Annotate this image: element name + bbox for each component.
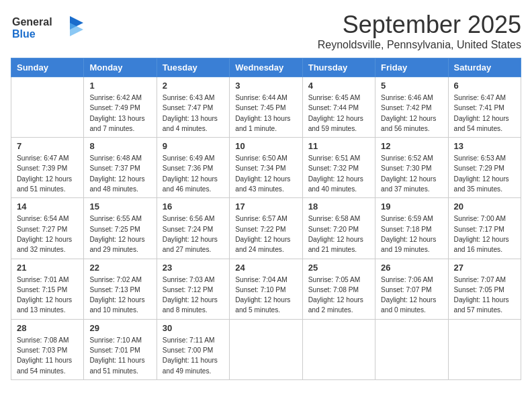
day-number: 13 — [454, 141, 515, 151]
day-number: 3 — [235, 81, 296, 91]
day-number: 24 — [235, 263, 296, 273]
svg-text:Blue: Blue — [12, 28, 36, 40]
day-number: 10 — [235, 141, 296, 151]
day-number: 4 — [308, 81, 369, 91]
calendar-cell — [375, 319, 448, 379]
cell-info: Sunrise: 7:08 AMSunset: 7:03 PMDaylight:… — [17, 335, 78, 376]
calendar-cell: 29Sunrise: 7:10 AMSunset: 7:01 PMDayligh… — [84, 319, 157, 379]
calendar-cell: 8Sunrise: 6:48 AMSunset: 7:37 PMDaylight… — [84, 138, 157, 198]
calendar-cell: 16Sunrise: 6:56 AMSunset: 7:24 PMDayligh… — [157, 198, 229, 259]
day-number: 6 — [454, 81, 515, 91]
cell-info: Sunrise: 7:03 AMSunset: 7:12 PMDaylight:… — [163, 275, 224, 316]
calendar-cell: 30Sunrise: 7:11 AMSunset: 7:00 PMDayligh… — [157, 319, 229, 379]
cell-info: Sunrise: 6:43 AMSunset: 7:47 PMDaylight:… — [163, 93, 224, 134]
cell-info: Sunrise: 6:44 AMSunset: 7:45 PMDaylight:… — [235, 93, 296, 134]
month-title: September 2025 — [318, 11, 521, 39]
calendar-cell: 26Sunrise: 7:06 AMSunset: 7:07 PMDayligh… — [375, 259, 448, 319]
day-number: 9 — [163, 141, 224, 151]
weekday-header-saturday: Saturday — [448, 58, 521, 77]
location-title: Reynoldsville, Pennsylvania, United Stat… — [318, 39, 521, 51]
day-number: 30 — [163, 323, 224, 333]
cell-info: Sunrise: 6:46 AMSunset: 7:42 PMDaylight:… — [381, 93, 442, 134]
day-number: 16 — [163, 201, 224, 212]
cell-info: Sunrise: 6:45 AMSunset: 7:44 PMDaylight:… — [308, 93, 369, 134]
cell-info: Sunrise: 6:58 AMSunset: 7:20 PMDaylight:… — [308, 214, 369, 255]
calendar-cell: 4Sunrise: 6:45 AMSunset: 7:44 PMDaylight… — [302, 77, 375, 138]
day-number: 23 — [163, 263, 224, 273]
logo: General Blue — [11, 11, 85, 46]
cell-info: Sunrise: 7:01 AMSunset: 7:15 PMDaylight:… — [17, 275, 78, 316]
calendar-week-3: 14Sunrise: 6:54 AMSunset: 7:27 PMDayligh… — [11, 198, 521, 259]
cell-info: Sunrise: 6:59 AMSunset: 7:18 PMDaylight:… — [381, 214, 442, 255]
calendar-cell: 6Sunrise: 6:47 AMSunset: 7:41 PMDaylight… — [448, 77, 521, 138]
calendar-cell: 14Sunrise: 6:54 AMSunset: 7:27 PMDayligh… — [11, 198, 84, 259]
weekday-header-tuesday: Tuesday — [157, 58, 229, 77]
calendar-cell: 11Sunrise: 6:51 AMSunset: 7:32 PMDayligh… — [302, 138, 375, 198]
cell-info: Sunrise: 6:52 AMSunset: 7:30 PMDaylight:… — [381, 153, 442, 194]
calendar-cell: 2Sunrise: 6:43 AMSunset: 7:47 PMDaylight… — [157, 77, 229, 138]
day-number: 25 — [308, 263, 369, 273]
day-number: 5 — [381, 81, 442, 91]
calendar-week-5: 28Sunrise: 7:08 AMSunset: 7:03 PMDayligh… — [11, 319, 521, 379]
weekday-header-monday: Monday — [84, 58, 157, 77]
day-number: 20 — [454, 201, 515, 212]
calendar-cell: 13Sunrise: 6:53 AMSunset: 7:29 PMDayligh… — [448, 138, 521, 198]
calendar-cell: 23Sunrise: 7:03 AMSunset: 7:12 PMDayligh… — [157, 259, 229, 319]
day-number: 17 — [235, 201, 296, 212]
day-number: 22 — [89, 263, 150, 273]
calendar-cell — [11, 77, 84, 138]
calendar-cell: 10Sunrise: 6:50 AMSunset: 7:34 PMDayligh… — [230, 138, 302, 198]
calendar-cell: 22Sunrise: 7:02 AMSunset: 7:13 PMDayligh… — [84, 259, 157, 319]
cell-info: Sunrise: 7:02 AMSunset: 7:13 PMDaylight:… — [89, 275, 150, 316]
calendar-cell: 7Sunrise: 6:47 AMSunset: 7:39 PMDaylight… — [11, 138, 84, 198]
cell-info: Sunrise: 7:05 AMSunset: 7:08 PMDaylight:… — [308, 275, 369, 316]
cell-info: Sunrise: 6:47 AMSunset: 7:41 PMDaylight:… — [454, 93, 515, 134]
cell-info: Sunrise: 7:07 AMSunset: 7:05 PMDaylight:… — [454, 275, 515, 316]
cell-info: Sunrise: 6:47 AMSunset: 7:39 PMDaylight:… — [17, 153, 78, 194]
day-number: 18 — [308, 201, 369, 212]
calendar-cell: 17Sunrise: 6:57 AMSunset: 7:22 PMDayligh… — [230, 198, 302, 259]
calendar-week-2: 7Sunrise: 6:47 AMSunset: 7:39 PMDaylight… — [11, 138, 521, 198]
weekday-header-thursday: Thursday — [302, 58, 375, 77]
day-number: 12 — [381, 141, 442, 151]
cell-info: Sunrise: 7:06 AMSunset: 7:07 PMDaylight:… — [381, 275, 442, 316]
day-number: 8 — [89, 141, 150, 151]
weekday-header-sunday: Sunday — [11, 58, 84, 77]
calendar-cell: 15Sunrise: 6:55 AMSunset: 7:25 PMDayligh… — [84, 198, 157, 259]
calendar-cell: 21Sunrise: 7:01 AMSunset: 7:15 PMDayligh… — [11, 259, 84, 319]
calendar-cell: 24Sunrise: 7:04 AMSunset: 7:10 PMDayligh… — [230, 259, 302, 319]
calendar-cell: 5Sunrise: 6:46 AMSunset: 7:42 PMDaylight… — [375, 77, 448, 138]
calendar-cell: 1Sunrise: 6:42 AMSunset: 7:49 PMDaylight… — [84, 77, 157, 138]
calendar-week-1: 1Sunrise: 6:42 AMSunset: 7:49 PMDaylight… — [11, 77, 521, 138]
day-number: 26 — [381, 263, 442, 273]
weekday-header-wednesday: Wednesday — [230, 58, 302, 77]
calendar-cell: 18Sunrise: 6:58 AMSunset: 7:20 PMDayligh… — [302, 198, 375, 259]
cell-info: Sunrise: 7:00 AMSunset: 7:17 PMDaylight:… — [454, 214, 515, 255]
cell-info: Sunrise: 7:10 AMSunset: 7:01 PMDaylight:… — [89, 335, 150, 376]
day-number: 7 — [17, 141, 78, 151]
day-number: 28 — [17, 323, 78, 333]
logo-wordmark: General Blue — [11, 11, 85, 46]
day-number: 14 — [17, 201, 78, 212]
cell-info: Sunrise: 7:04 AMSunset: 7:10 PMDaylight:… — [235, 275, 296, 316]
day-number: 15 — [89, 201, 150, 212]
calendar-cell — [302, 319, 375, 379]
calendar-cell — [448, 319, 521, 379]
day-number: 27 — [454, 263, 515, 273]
calendar-cell: 28Sunrise: 7:08 AMSunset: 7:03 PMDayligh… — [11, 319, 84, 379]
cell-info: Sunrise: 6:42 AMSunset: 7:49 PMDaylight:… — [89, 93, 150, 134]
calendar-week-4: 21Sunrise: 7:01 AMSunset: 7:15 PMDayligh… — [11, 259, 521, 319]
day-number: 11 — [308, 141, 369, 151]
calendar-cell: 19Sunrise: 6:59 AMSunset: 7:18 PMDayligh… — [375, 198, 448, 259]
title-section: September 2025 Reynoldsville, Pennsylvan… — [318, 11, 521, 51]
cell-info: Sunrise: 7:11 AMSunset: 7:00 PMDaylight:… — [163, 335, 224, 376]
cell-info: Sunrise: 6:55 AMSunset: 7:25 PMDaylight:… — [89, 214, 150, 255]
cell-info: Sunrise: 6:56 AMSunset: 7:24 PMDaylight:… — [163, 214, 224, 255]
page-header: General Blue September 2025 Reynoldsvill… — [11, 11, 521, 51]
calendar-cell: 9Sunrise: 6:49 AMSunset: 7:36 PMDaylight… — [157, 138, 229, 198]
calendar-table: SundayMondayTuesdayWednesdayThursdayFrid… — [11, 58, 521, 380]
cell-info: Sunrise: 6:57 AMSunset: 7:22 PMDaylight:… — [235, 214, 296, 255]
day-number: 2 — [163, 81, 224, 91]
cell-info: Sunrise: 6:49 AMSunset: 7:36 PMDaylight:… — [163, 153, 224, 194]
calendar-cell: 25Sunrise: 7:05 AMSunset: 7:08 PMDayligh… — [302, 259, 375, 319]
